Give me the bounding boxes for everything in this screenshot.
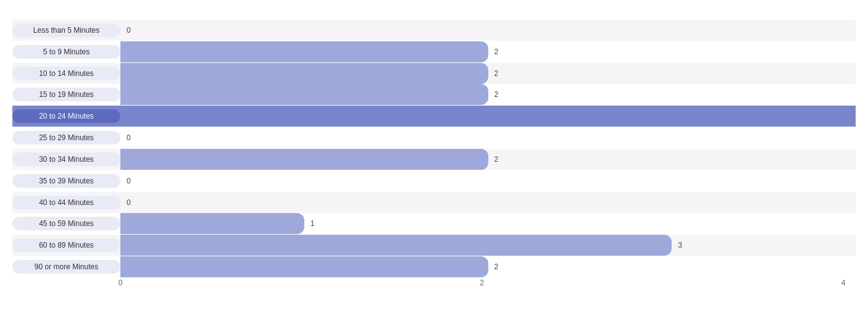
bar-track: 2 <box>120 256 856 277</box>
bar-row: 30 to 34 Minutes2 <box>12 149 856 170</box>
bar-value: 2 <box>491 90 498 99</box>
bar-label: 30 to 34 Minutes <box>12 153 120 166</box>
bar-row: 5 to 9 Minutes2 <box>12 41 856 62</box>
bar-value: 3 <box>675 241 682 250</box>
bar-row: 10 to 14 Minutes2 <box>12 63 856 84</box>
bar-label: 35 to 39 Minutes <box>12 174 120 188</box>
bar-label: 10 to 14 Minutes <box>12 67 120 80</box>
bar-value: 0 <box>124 198 131 207</box>
bar-label: 5 to 9 Minutes <box>12 45 120 59</box>
bar-track: 0 <box>120 20 856 41</box>
bar-label: 45 to 59 Minutes <box>12 217 120 230</box>
bar-label: 25 to 29 Minutes <box>12 131 120 145</box>
bar-fill <box>120 106 856 127</box>
bar-label: Less than 5 Minutes <box>12 23 120 37</box>
bar-fill <box>120 149 488 170</box>
bar-row: 40 to 44 Minutes0 <box>12 192 856 213</box>
bar-value: 0 <box>124 26 131 35</box>
bar-track: 2 <box>120 149 856 170</box>
bar-value: 1 <box>308 219 315 228</box>
bar-value: 0 <box>124 133 131 142</box>
bar-fill <box>120 235 672 256</box>
x-axis-tick: 0 <box>119 279 123 287</box>
bar-track: 3 <box>120 235 856 256</box>
bar-track: 0 <box>120 170 856 191</box>
bar-value: 2 <box>491 155 498 164</box>
bar-label: 90 or more Minutes <box>12 260 120 274</box>
bar-track: 1 <box>120 213 856 234</box>
bar-label: 40 to 44 Minutes <box>12 196 120 209</box>
x-axis: 024 <box>120 279 843 292</box>
bar-track: 2 <box>120 63 856 84</box>
bars-area: Less than 5 Minutes05 to 9 Minutes210 to… <box>12 20 856 277</box>
bar-track: 0 <box>120 192 856 213</box>
bar-label: 20 to 24 Minutes <box>12 109 120 123</box>
bar-label: 60 to 89 Minutes <box>12 238 120 252</box>
bar-track: 0 <box>120 127 856 148</box>
bar-row: Less than 5 Minutes0 <box>12 20 856 41</box>
x-axis-tick: 2 <box>480 279 484 287</box>
bar-row: 35 to 39 Minutes0 <box>12 170 856 191</box>
bar-value: 4 <box>859 112 866 120</box>
bar-value: 2 <box>491 262 498 271</box>
bar-row: 15 to 19 Minutes2 <box>12 84 856 105</box>
bar-value: 2 <box>491 48 498 56</box>
x-axis-tick: 4 <box>841 279 846 287</box>
chart-container: Less than 5 Minutes05 to 9 Minutes210 to… <box>0 0 868 323</box>
bar-row: 90 or more Minutes2 <box>12 256 856 277</box>
bar-fill <box>120 63 488 84</box>
bar-fill <box>120 213 304 234</box>
bar-fill <box>120 84 488 105</box>
bar-track: 2 <box>120 84 856 105</box>
bar-row: 20 to 24 Minutes4 <box>12 106 856 127</box>
bar-fill <box>120 41 488 62</box>
bar-value: 0 <box>124 177 131 185</box>
bar-row: 45 to 59 Minutes1 <box>12 213 856 234</box>
bar-row: 60 to 89 Minutes3 <box>12 235 856 256</box>
bar-fill <box>120 256 488 277</box>
bar-track: 4 <box>120 106 856 127</box>
bar-value: 2 <box>491 69 498 78</box>
bar-label: 15 to 19 Minutes <box>12 88 120 101</box>
bar-row: 25 to 29 Minutes0 <box>12 127 856 148</box>
bar-track: 2 <box>120 41 856 62</box>
